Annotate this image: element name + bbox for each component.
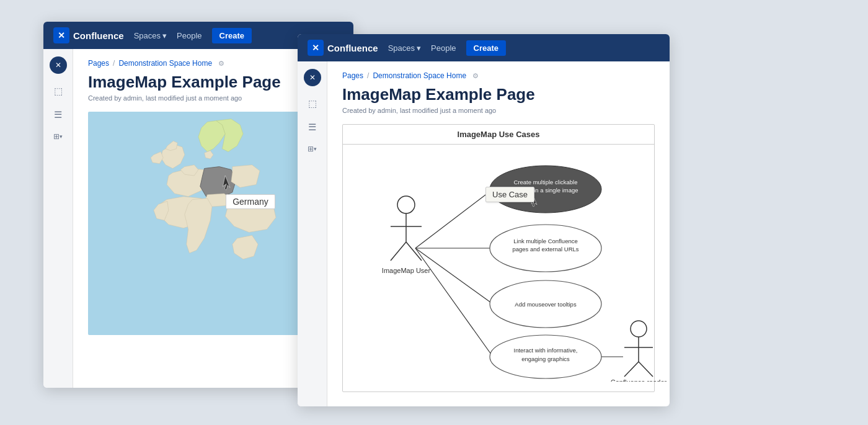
feed-icon-front[interactable]: ☰ <box>306 121 319 133</box>
usecase-title: ImageMap Use Cases <box>343 125 654 145</box>
watch-icon[interactable]: ⚙ <box>218 60 224 68</box>
page-title-front: ImageMap Example Page <box>342 85 655 104</box>
front-window: ✕ Confluence Spaces ▾ People Create ✕ ⬚ … <box>298 34 670 406</box>
sidebar-front: ✕ ⬚ ☰ ⊞▾ <box>298 61 327 406</box>
svg-text:Interact with informative,: Interact with informative, <box>514 347 578 354</box>
svg-point-6 <box>397 196 415 213</box>
usecase-tooltip-popup: Use Case <box>485 187 534 202</box>
main-content-front: Pages / Demonstration Space Home ⚙ Image… <box>327 61 670 406</box>
svg-text:engaging graphics: engaging graphics <box>521 356 570 362</box>
breadcrumb-front: Pages / Demonstration Space Home ⚙ <box>342 71 655 80</box>
avatar-back[interactable]: ✕ <box>50 56 67 74</box>
svg-line-9 <box>391 242 406 261</box>
watch-icon-front[interactable]: ⚙ <box>472 72 479 80</box>
confluence-brand-front: Confluence <box>327 43 378 53</box>
breadcrumb-sep: / <box>113 59 115 68</box>
svg-text:Create multiple clickable: Create multiple clickable <box>514 179 578 186</box>
create-btn-back[interactable]: Create <box>212 28 252 43</box>
svg-text:Add mouseover tooltips: Add mouseover tooltips <box>515 301 577 308</box>
people-nav-back[interactable]: People <box>177 31 202 40</box>
svg-text:pages and external URLs: pages and external URLs <box>512 246 578 253</box>
spaces-nav-back[interactable]: Spaces ▾ <box>134 31 167 40</box>
confluence-logo-back[interactable]: ✕ Confluence <box>53 27 124 43</box>
feed-icon-back[interactable]: ☰ <box>52 109 64 121</box>
svg-text:ImageMap User: ImageMap User <box>382 267 431 274</box>
people-nav-front[interactable]: People <box>431 43 456 53</box>
pages-icon-back[interactable]: ⬚ <box>52 85 64 97</box>
breadcrumb-pages-link-front[interactable]: Pages <box>342 71 363 80</box>
svg-point-23 <box>631 321 647 337</box>
svg-line-3 <box>415 248 493 304</box>
usecase-container: ImageMap Use Cases <box>342 124 655 392</box>
pages-icon-front[interactable]: ⬚ <box>306 97 319 110</box>
sidebar-back: ✕ ⬚ ☰ ⊞▾ <box>43 49 73 388</box>
confluence-logo-front[interactable]: ✕ Confluence <box>308 40 378 56</box>
create-btn-front[interactable]: Create <box>466 40 506 56</box>
svg-line-4 <box>415 248 493 357</box>
breadcrumb-pages-link[interactable]: Pages <box>88 59 109 68</box>
svg-line-27 <box>639 362 653 377</box>
usecase-diagram: ImageMap User Create multiple clickable … <box>343 145 654 391</box>
confluence-icon-front: ✕ <box>308 40 324 56</box>
page-meta-front: Created by admin, last modified just a m… <box>342 107 655 114</box>
svg-text:Link multiple Confluence: Link multiple Confluence <box>513 238 578 244</box>
tree-icon-back[interactable]: ⊞▾ <box>53 132 63 141</box>
page-layout-front: ✕ ⬚ ☰ ⊞▾ Pages / Demonstration Space Hom… <box>298 61 670 406</box>
confluence-brand-back: Confluence <box>73 30 124 41</box>
spaces-nav-front[interactable]: Spaces ▾ <box>388 43 421 53</box>
svg-line-26 <box>624 362 639 377</box>
svg-text:Confluence reader: Confluence reader <box>611 378 667 382</box>
confluence-icon-back: ✕ <box>53 27 69 43</box>
breadcrumb-sep-front: / <box>367 71 369 80</box>
tree-icon-front[interactable]: ⊞▾ <box>308 145 317 153</box>
germany-tooltip: Germany <box>226 194 275 209</box>
avatar-front[interactable]: ✕ <box>304 69 321 86</box>
breadcrumb-space-link-front[interactable]: Demonstration Space Home <box>373 71 466 80</box>
svg-line-1 <box>415 189 493 248</box>
navbar-front: ✕ Confluence Spaces ▾ People Create <box>298 34 670 61</box>
breadcrumb-space-link[interactable]: Demonstration Space Home <box>118 59 212 68</box>
